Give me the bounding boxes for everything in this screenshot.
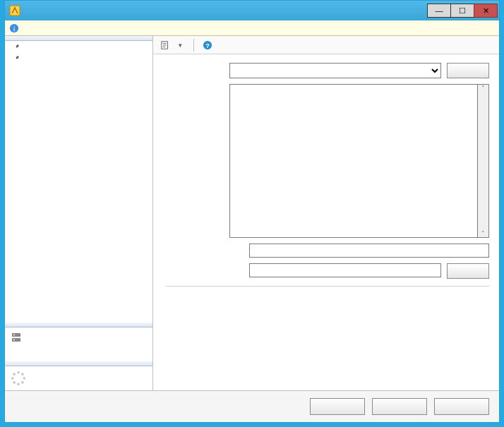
- svg-point-8: [21, 373, 24, 375]
- svg-point-14: [13, 373, 16, 375]
- left-panel: [5, 36, 153, 390]
- script-button[interactable]: ▾: [157, 39, 188, 52]
- close-button[interactable]: ✕: [474, 4, 498, 18]
- svg-point-12: [13, 381, 16, 384]
- ok-button[interactable]: [310, 398, 365, 415]
- text-display-label: [166, 243, 244, 246]
- svg-text:?: ?: [205, 41, 210, 49]
- script-icon: [160, 40, 170, 50]
- svg-point-11: [17, 383, 20, 385]
- svg-point-7: [17, 371, 20, 374]
- minimize-button[interactable]: —: [427, 4, 451, 18]
- metadata-block: [166, 286, 489, 299]
- svg-point-10: [21, 381, 24, 384]
- maximize-button[interactable]: ☐: [450, 4, 474, 18]
- svg-point-13: [11, 377, 14, 380]
- textarea-scrollbar[interactable]: ˄˅: [478, 84, 489, 238]
- toolbar-separator: [193, 39, 194, 52]
- test-link-button[interactable]: [447, 263, 489, 279]
- new-category-button[interactable]: [447, 63, 489, 78]
- dialog-window: — ☐ ✕ i: [4, 0, 500, 423]
- wrench-icon: [11, 43, 20, 53]
- info-icon: i: [9, 23, 19, 33]
- toolbar: ▾ ?: [153, 36, 499, 54]
- progress-spinner-icon: [11, 371, 26, 386]
- help-footer-button[interactable]: [434, 398, 489, 415]
- svg-point-9: [23, 377, 25, 380]
- select-page-header: [5, 36, 152, 41]
- category-label: [166, 63, 224, 65]
- address-input[interactable]: [249, 263, 441, 277]
- dialog-footer: [5, 390, 499, 422]
- page-general[interactable]: [5, 42, 152, 54]
- address-label: [166, 263, 244, 265]
- category-combo[interactable]: [229, 63, 441, 78]
- connection-header: [5, 323, 152, 327]
- server-icon: [11, 332, 22, 343]
- page-list: [5, 41, 152, 66]
- right-panel: ▾ ?: [153, 36, 499, 390]
- chevron-down-icon[interactable]: ▾: [176, 42, 185, 49]
- svg-rect-4: [12, 338, 20, 342]
- wrench-icon: [11, 54, 20, 64]
- help-button[interactable]: ?: [200, 39, 218, 52]
- cancel-button[interactable]: [372, 398, 427, 415]
- connection-info: [5, 327, 152, 346]
- svg-text:i: i: [13, 24, 16, 32]
- form-area: ˄˅: [153, 54, 499, 390]
- help-icon: ?: [203, 40, 212, 50]
- svg-point-5: [13, 335, 15, 336]
- description-textarea[interactable]: [229, 84, 478, 238]
- titlebar[interactable]: — ☐ ✕: [5, 1, 499, 20]
- status-strip: i: [5, 20, 499, 36]
- app-icon: [9, 5, 20, 16]
- text-display-input[interactable]: [249, 243, 489, 258]
- svg-point-6: [13, 339, 15, 341]
- progress-header: [5, 361, 152, 366]
- description-label: [166, 84, 224, 86]
- page-description[interactable]: [5, 54, 152, 65]
- svg-rect-3: [12, 333, 20, 337]
